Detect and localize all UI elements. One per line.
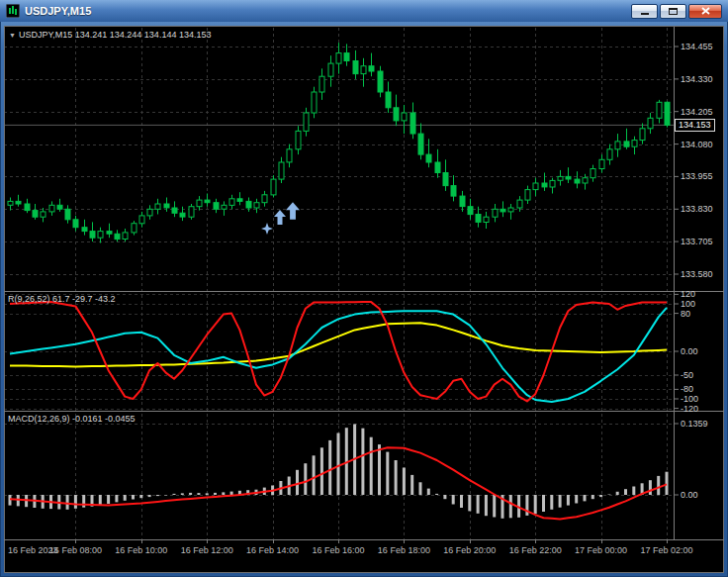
time-label: 16 Feb 12:00 xyxy=(181,545,233,555)
symbol-ohlc-label: ▼USDJPY,M15 134.241 134.244 134.144 134.… xyxy=(9,30,211,40)
axis-label: 133.705 xyxy=(681,237,713,246)
mt4-chart-window: USDJPY,M15 ▼USDJPY,M15 134.241 134.244 1… xyxy=(0,0,728,577)
time-label: 16 Feb 16:00 xyxy=(312,545,364,555)
window-controls xyxy=(631,4,722,19)
buy-arrow-marker[interactable] xyxy=(274,210,286,230)
maximize-icon xyxy=(669,8,678,15)
buy-arrow-marker[interactable] xyxy=(286,202,300,225)
axis-label: 0.00 xyxy=(681,490,698,500)
axis-label: 100 xyxy=(681,299,695,309)
window-titlebar[interactable]: USDJPY,M15 xyxy=(0,0,728,22)
axis-label: -80 xyxy=(681,384,693,394)
wpr-indicator-label: R(9,26,52) 61.7 -29.7 -43.2 xyxy=(8,294,116,304)
chart-icon xyxy=(6,4,20,18)
time-label: 16 Feb 10:00 xyxy=(115,545,167,555)
close-icon xyxy=(701,7,710,15)
time-label: 16 Feb 14:00 xyxy=(246,545,299,555)
star-marker[interactable] xyxy=(261,221,273,239)
axis-label: 120 xyxy=(681,289,695,299)
macd-indicator-label: MACD(12,26,9) -0.0161 -0.0455 xyxy=(8,414,136,424)
time-label: 16 Feb 18:00 xyxy=(378,545,430,555)
axis-label: 80 xyxy=(681,309,690,319)
collapse-icon[interactable]: ▼ xyxy=(9,32,16,39)
axis-label: 134.205 xyxy=(681,107,713,117)
axis-label: -120 xyxy=(681,404,698,414)
close-button[interactable] xyxy=(688,4,722,19)
axis-label: 133.830 xyxy=(681,204,713,214)
time-label: 16 Feb 08:00 xyxy=(49,545,102,555)
axis-label: 0.1359 xyxy=(681,419,708,429)
axis-label: 0.00 xyxy=(681,346,698,356)
chart-area[interactable]: ▼USDJPY,M15 134.241 134.244 134.144 134.… xyxy=(4,26,724,573)
axis-label: 134.080 xyxy=(681,140,713,149)
axis-label: 134.330 xyxy=(681,74,713,84)
time-label: 17 Feb 00:00 xyxy=(575,545,627,555)
axis-label: 133.580 xyxy=(681,269,713,279)
current-price-tag: 134.153 xyxy=(675,119,715,132)
axis-label: 133.955 xyxy=(681,171,713,181)
axis-label: 134.455 xyxy=(681,42,713,51)
time-label: 16 Feb 20:00 xyxy=(443,545,496,555)
maximize-button[interactable] xyxy=(660,4,686,19)
minimize-button[interactable] xyxy=(631,4,658,19)
axis-label: -50 xyxy=(681,370,693,380)
time-label: 16 Feb 22:00 xyxy=(509,545,562,555)
symbol-ohlc-text: USDJPY,M15 134.241 134.244 134.144 134.1… xyxy=(19,30,212,40)
price-scale[interactable]: 134.455134.330134.205134.080133.955133.8… xyxy=(675,26,724,540)
time-axis[interactable]: 16 Feb 202316 Feb 08:0016 Feb 10:0016 Fe… xyxy=(4,539,724,573)
minimize-icon xyxy=(641,13,649,15)
axis-label: -100 xyxy=(681,394,698,404)
time-label: 17 Feb 02:00 xyxy=(640,545,692,555)
window-title: USDJPY,M15 xyxy=(25,5,91,17)
